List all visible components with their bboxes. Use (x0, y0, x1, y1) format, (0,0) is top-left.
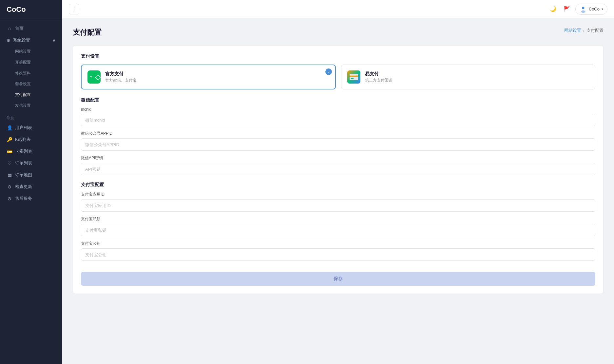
page-title: 支付配置 (73, 28, 102, 37)
user-icon: 👤 (7, 125, 12, 130)
map-icon: ▦ (7, 172, 12, 178)
breadcrumb-separator: › (583, 28, 585, 33)
dark-mode-button[interactable]: 🌙 (548, 4, 558, 14)
alipay-config-title: 支付宝配置 (81, 182, 595, 188)
breadcrumb: 网站设置 › 支付配置 (564, 28, 604, 33)
payment-option-yipay[interactable]: 易支付 第三方支付渠道 (341, 65, 595, 89)
user-chevron-icon: ▾ (602, 7, 603, 11)
sidebar-item-card-codes[interactable]: 💳 卡密列表 (0, 145, 62, 157)
payment-config-card: 支付设置 ◇ 官方支付 官方微信、支付宝 (73, 45, 604, 294)
official-payment-icon: ◇ (87, 70, 101, 84)
svg-point-0 (582, 7, 584, 9)
sidebar-item-users[interactable]: 👤 用户列表 (0, 122, 62, 134)
official-payment-desc: 官方微信、支付宝 (105, 78, 137, 83)
alipay-appid-label: 支付宝应用ID (81, 192, 595, 197)
alipay-public-key-label: 支付宝公钥 (81, 241, 595, 246)
payment-settings-title: 支付设置 (81, 53, 595, 59)
official-payment-info: 官方支付 官方微信、支付宝 (105, 71, 137, 83)
main-area: ⋮ 🌙 🚩 CoCo ▾ 支付配置 网站 (62, 0, 614, 364)
system-settings-label: 系统设置 (13, 37, 30, 43)
page-content: 支付配置 网站设置 › 支付配置 支付设置 (62, 18, 614, 364)
save-button[interactable]: 保存 (81, 272, 595, 286)
service-icon: ⊙ (7, 196, 12, 201)
topbar-right: 🌙 🚩 CoCo ▾ (548, 4, 607, 15)
sidebar-item-home[interactable]: ⌂ 首页 (0, 23, 62, 34)
yipay-icon (347, 70, 360, 84)
svg-rect-3 (350, 76, 358, 77)
wechat-appid-group: 微信公众号APPID (81, 131, 595, 151)
alipay-private-key-label: 支付宝私钥 (81, 216, 595, 222)
user-avatar-icon (580, 6, 587, 13)
alipay-public-key-input[interactable] (81, 248, 595, 261)
sidebar-group-header-system[interactable]: ⚙ 系统设置 ∨ (0, 34, 62, 46)
sidebar: CoCo ⌂ 首页 ⚙ 系统设置 ∨ 网站设置 开关配置 修改资料 (0, 0, 62, 364)
sidebar-group-system-settings: ⚙ 系统设置 ∨ 网站设置 开关配置 修改资料 套餐设置 支付配置 发信设置 (0, 34, 62, 111)
card-icon: 💳 (7, 149, 12, 154)
sidebar-item-order-map[interactable]: ▦ 订单地图 (0, 169, 62, 181)
sidebar-item-keys[interactable]: 🔑 Key列表 (0, 134, 62, 145)
flag-button[interactable]: 🚩 (562, 4, 572, 14)
topbar-left: ⋮ (69, 4, 79, 14)
yipay-desc: 第三方支付渠道 (365, 78, 393, 83)
update-icon: ⊙ (7, 184, 12, 189)
user-name-label: CoCo (589, 7, 600, 11)
sidebar-sub-package-settings[interactable]: 套餐设置 (0, 79, 62, 89)
dots-icon: ⋮ (71, 6, 77, 12)
yipay-info: 易支付 第三方支付渠道 (365, 71, 393, 83)
selected-check-badge: ✓ (325, 68, 332, 75)
payment-options: ◇ 官方支付 官方微信、支付宝 ✓ (81, 65, 595, 89)
official-payment-name: 官方支付 (105, 71, 137, 77)
wechat-apikey-input[interactable] (81, 163, 595, 175)
sidebar-home-label: 首页 (15, 26, 24, 31)
nav-section-title: 导航 (0, 111, 62, 122)
wechat-mchid-input[interactable] (81, 114, 595, 126)
chevron-down-icon: ∨ (52, 38, 56, 43)
sidebar-logo: CoCo (0, 0, 62, 19)
sidebar-nav: ⌂ 首页 ⚙ 系统设置 ∨ 网站设置 开关配置 修改资料 套餐设置 (0, 19, 62, 208)
sidebar-sub-mail-settings[interactable]: 发信设置 (0, 100, 62, 111)
wechat-mchid-group: mchid (81, 107, 595, 126)
wechat-config-title: 微信配置 (81, 97, 595, 103)
order-icon: ♡ (7, 161, 12, 166)
yipay-name: 易支付 (365, 71, 393, 77)
topbar: ⋮ 🌙 🚩 CoCo ▾ (62, 0, 614, 18)
wechat-appid-input[interactable] (81, 138, 595, 151)
breadcrumb-parent[interactable]: 网站设置 (564, 28, 581, 33)
user-menu-button[interactable]: CoCo ▾ (575, 4, 607, 15)
sidebar-item-orders[interactable]: ♡ 订单列表 (0, 157, 62, 169)
wechat-apikey-label: 微信API密钥 (81, 155, 595, 161)
page-header: 支付配置 网站设置 › 支付配置 (73, 28, 604, 37)
flag-icon: 🚩 (564, 6, 570, 12)
wechat-appid-label: 微信公众号APPID (81, 131, 595, 136)
breadcrumb-current: 支付配置 (586, 28, 604, 33)
moon-icon: 🌙 (550, 6, 556, 12)
alipay-private-key-group: 支付宝私钥 (81, 216, 595, 236)
sidebar-sub-website-settings[interactable]: 网站设置 (0, 46, 62, 57)
key-icon: 🔑 (7, 137, 12, 142)
alipay-private-key-input[interactable] (81, 224, 595, 236)
menu-dots-button[interactable]: ⋮ (69, 4, 79, 14)
wechat-apikey-group: 微信API密钥 (81, 155, 595, 175)
alipay-public-key-group: 支付宝公钥 (81, 241, 595, 261)
sidebar-item-after-sales[interactable]: ⊙ 售后服务 (0, 193, 62, 204)
sidebar-sub-switch-config[interactable]: 开关配置 (0, 57, 62, 68)
settings-icon: ⚙ (7, 38, 10, 43)
svg-rect-5 (351, 78, 354, 79)
payment-option-official[interactable]: ◇ 官方支付 官方微信、支付宝 ✓ (81, 65, 336, 89)
sidebar-item-check-update[interactable]: ⊙ 检查更新 (0, 181, 62, 193)
alipay-appid-group: 支付宝应用ID (81, 192, 595, 212)
alipay-appid-input[interactable] (81, 199, 595, 212)
wechat-mchid-label: mchid (81, 107, 595, 112)
home-icon: ⌂ (7, 26, 12, 31)
svg-point-1 (581, 10, 585, 12)
sidebar-sub-modify-info[interactable]: 修改资料 (0, 68, 62, 79)
sidebar-sub-payment-config[interactable]: 支付配置 (0, 89, 62, 100)
